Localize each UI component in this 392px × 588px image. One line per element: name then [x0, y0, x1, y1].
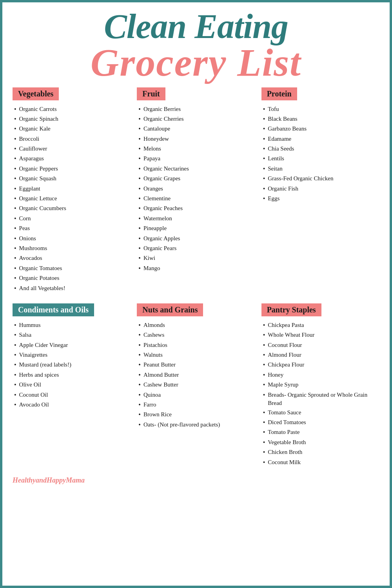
list-item: Honey: [261, 370, 379, 380]
list-item: Mushrooms: [13, 243, 131, 253]
list-item: Almond Flour: [261, 350, 379, 360]
list-item: Tomato Paste: [261, 428, 379, 437]
list-item: Coconut Flour: [261, 340, 379, 350]
list-item: Chickpea Pasta: [261, 320, 379, 330]
list-item: Pineapple: [137, 224, 255, 234]
list-item: Organic Spinach: [13, 114, 131, 124]
list-item: Kiwi: [137, 254, 255, 263]
pantry-list: Chickpea PastaWhole Wheat FlourCoconut F…: [261, 320, 379, 467]
list-item: Corn: [13, 214, 131, 223]
list-item: And all Vegetables!: [13, 283, 131, 293]
col-vegetables: Vegetables Organic CarrotsOrganic Spinac…: [9, 85, 134, 299]
list-item: Melons: [137, 144, 255, 154]
list-item: Honeydew: [137, 134, 255, 144]
col-nuts-grains: Nuts and Grains AlmondsCashewsPistachios…: [134, 301, 258, 435]
list-item: Hummus: [13, 320, 131, 330]
list-item: Avocados: [13, 254, 131, 263]
list-item: Organic Tomatoes: [13, 263, 131, 273]
col-pantry: Pantry Staples Chickpea PastaWhole Wheat…: [258, 301, 383, 473]
list-item: Mango: [137, 263, 255, 273]
list-item: Onions: [13, 234, 131, 243]
pantry-header: Pantry Staples: [261, 303, 321, 316]
list-item: Olive Oil: [13, 380, 131, 390]
list-item: Vegetable Broth: [261, 437, 379, 447]
col-protein: Protein TofuBlack BeansGarbanzo BeansEda…: [258, 85, 383, 209]
list-item: Organic Cucumbers: [13, 204, 131, 214]
list-item: Black Beans: [261, 114, 379, 124]
list-item: Organic Apples: [137, 234, 255, 243]
col-fruit: Fruit Organic BerriesOrganic CherriesCan…: [134, 85, 258, 279]
list-item: Organic Fish: [261, 184, 379, 194]
list-item: Almond Butter: [137, 370, 255, 380]
list-item: Mustard (read labels!): [13, 360, 131, 370]
list-item: Peas: [13, 224, 131, 234]
list-item: Walnuts: [137, 350, 255, 360]
list-item: Chickpea Flour: [261, 360, 379, 370]
list-item: Oranges: [137, 184, 255, 194]
list-item: Eggs: [261, 194, 379, 204]
list-item: Organic Potatoes: [13, 274, 131, 283]
list-item: Seitan: [261, 164, 379, 174]
condiments-list: HummusSalsaApple Cider VinegarVinaigrett…: [13, 320, 131, 410]
list-item: Organic Berries: [137, 104, 255, 114]
list-item: Organic Cherries: [137, 114, 255, 124]
list-item: Clementine: [137, 194, 255, 204]
title-grocery-list: Grocery List: [10, 44, 382, 81]
list-item: Papaya: [137, 154, 255, 164]
fruit-list: Organic BerriesOrganic CherriesCantaloup…: [137, 104, 255, 274]
list-item: Brown Rice: [137, 410, 255, 420]
condiments-header: Condiments and Oils: [13, 303, 94, 316]
list-item: Maple Syrup: [261, 380, 379, 390]
title-clean-eating: Clean Eating: [10, 9, 382, 44]
list-item: Organic Grapes: [137, 174, 255, 184]
protein-list: TofuBlack BeansGarbanzo BeansEdamameChia…: [261, 104, 379, 204]
list-item: Whole Wheat Flour: [261, 330, 379, 340]
list-item: Herbs and spices: [13, 370, 131, 380]
list-item: Tofu: [261, 104, 379, 114]
list-item: Organic Nectarines: [137, 164, 255, 174]
list-item: Pistachios: [137, 340, 255, 350]
list-item: Cashews: [137, 330, 255, 340]
list-item: Quinoa: [137, 390, 255, 400]
list-item: Coconut Milk: [261, 457, 379, 467]
header: Clean Eating Grocery List: [2, 2, 390, 85]
list-item: Organic Peppers: [13, 164, 131, 174]
list-item: Eggplant: [13, 184, 131, 194]
list-item: Broccoli: [13, 134, 131, 144]
list-item: Organic Pears: [137, 243, 255, 253]
list-item: Peanut Butter: [137, 360, 255, 370]
protein-header: Protein: [261, 87, 297, 100]
list-item: Oats- (Not pre-flavored packets): [137, 420, 255, 430]
col-condiments: Condiments and Oils HummusSalsaApple Cid…: [9, 301, 134, 416]
nuts-grains-header: Nuts and Grains: [137, 303, 203, 316]
list-item: Asparagus: [13, 154, 131, 164]
list-item: Chia Seeds: [261, 144, 379, 154]
list-item: Organic Carrots: [13, 104, 131, 114]
list-item: Organic Kale: [13, 124, 131, 134]
nuts-grains-list: AlmondsCashewsPistachiosWalnutsPeanut Bu…: [137, 320, 255, 430]
list-item: Watermelon: [137, 214, 255, 223]
list-item: Diced Tomatoes: [261, 418, 379, 428]
top-columns: Vegetables Organic CarrotsOrganic Spinac…: [2, 85, 390, 299]
brand-label: HealthyandHappyMama: [13, 476, 85, 484]
list-item: Garbanzo Beans: [261, 124, 379, 134]
list-item: Cantaloupe: [137, 124, 255, 134]
list-item: Grass-Fed Organic Chicken: [261, 174, 379, 184]
list-item: Lentils: [261, 154, 379, 164]
footer: HealthyandHappyMama: [2, 473, 390, 486]
list-item: Avocado Oil: [13, 400, 131, 410]
list-item: Chicken Broth: [261, 448, 379, 457]
page: Clean Eating Grocery List Vegetables Org…: [0, 0, 392, 588]
list-item: Organic Peaches: [137, 204, 255, 214]
list-item: Organic Lettuce: [13, 194, 131, 204]
list-item: Edamame: [261, 134, 379, 144]
vegetables-list: Organic CarrotsOrganic SpinachOrganic Ka…: [13, 104, 131, 293]
vegetables-header: Vegetables: [13, 87, 59, 100]
bottom-columns: Condiments and Oils HummusSalsaApple Cid…: [2, 301, 390, 473]
list-item: Breads- Organic Sprouted or Whole Grain …: [261, 390, 379, 408]
list-item: Tomato Sauce: [261, 408, 379, 417]
list-item: Organic Squash: [13, 174, 131, 184]
fruit-header: Fruit: [137, 87, 165, 100]
list-item: Apple Cider Vinegar: [13, 340, 131, 350]
list-item: Farro: [137, 400, 255, 410]
